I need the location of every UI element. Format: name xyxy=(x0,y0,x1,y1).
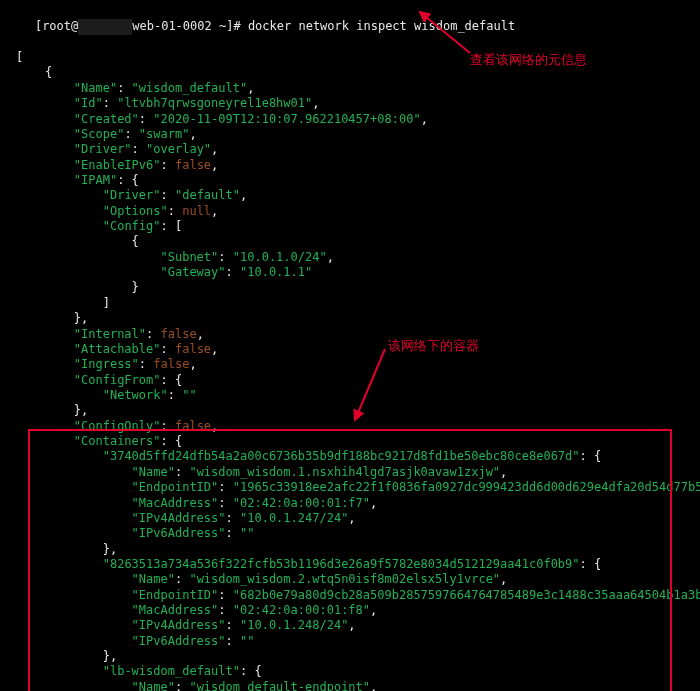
net-configonly: false xyxy=(175,419,211,433)
c1-mac: 02:42:0a:00:01:f7 xyxy=(240,496,363,510)
terminal-window: [root@ web-01-0002 ~]# docker network in… xyxy=(0,0,700,691)
net-internal: false xyxy=(161,327,197,341)
net-id: ltvbh7qrwsgoneyrel1e8hw01 xyxy=(124,96,305,110)
c2-ipv4: 10.0.1.248/24 xyxy=(247,618,341,632)
host-tail: web-01-0002 xyxy=(132,19,211,33)
prompt-cwd: ~]# xyxy=(212,19,248,33)
net-name: wisdom_default xyxy=(139,81,240,95)
c3-id: lb-wisdom_default xyxy=(110,664,233,678)
ipam-subnet: 10.0.1.0/24 xyxy=(240,250,319,264)
host-redacted xyxy=(78,19,132,34)
c1-endpoint: 1965c33918ee2afc22f1f0836fa0927dc999423d… xyxy=(240,480,700,494)
c1-ipv4: 10.0.1.247/24 xyxy=(247,511,341,525)
c2-mac: 02:42:0a:00:01:f8 xyxy=(240,603,363,617)
net-ingress: false xyxy=(153,357,189,371)
c2-name: wisdom_wisdom.2.wtq5n0isf8m02elsx5ly1vrc… xyxy=(197,572,493,586)
c1-name: wisdom_wisdom.1.nsxhih4lgd7asjk0avaw1zxj… xyxy=(197,465,493,479)
prompt-line[interactable]: [root@ web-01-0002 ~]# docker network in… xyxy=(6,4,694,50)
c2-endpoint: 682b0e79a80d9cb28a509b285759766476478548… xyxy=(240,588,700,602)
net-created: 2020-11-09T12:10:07.962210457+08:00 xyxy=(161,112,414,126)
command-text: docker network inspect wisdom_default xyxy=(248,19,515,33)
net-enableipv6: false xyxy=(175,158,211,172)
net-driver: overlay xyxy=(153,142,204,156)
json-output: [ { "Name": "wisdom_default", "Id": "ltv… xyxy=(6,50,694,691)
prompt-prefix: [root@ xyxy=(35,19,78,33)
annotation-top: 查看该网络的元信息 xyxy=(470,52,587,69)
c1-id: 3740d5ffd24dfb54a2a00c6736b35b9df188bc92… xyxy=(110,449,572,463)
ipam-gateway: 10.0.1.1 xyxy=(247,265,305,279)
net-scope: swarm xyxy=(146,127,182,141)
net-attachable: false xyxy=(175,342,211,356)
annotation-middle: 该网络下的容器 xyxy=(388,338,479,355)
c2-id: 8263513a734a536f322fcfb53b1196d3e26a9f57… xyxy=(110,557,572,571)
c3-name: wisdom_default-endpoint xyxy=(197,680,363,691)
ipam-options: null xyxy=(182,204,211,218)
ipam-driver: default xyxy=(182,188,233,202)
